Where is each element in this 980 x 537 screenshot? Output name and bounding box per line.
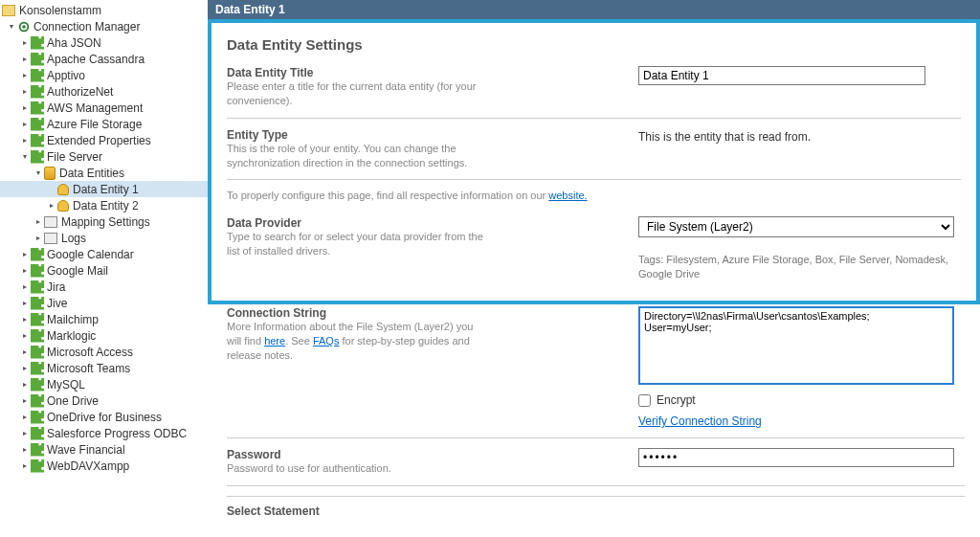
tree-item-label: AWS Management bbox=[47, 101, 143, 115]
tree-item-google-mail[interactable]: ▸Google Mail bbox=[0, 262, 208, 279]
chevron-right-icon[interactable]: ▸ bbox=[19, 379, 31, 391]
tree-item-label: Logs bbox=[61, 232, 86, 245]
encrypt-checkbox[interactable] bbox=[638, 394, 651, 407]
entity-title-input[interactable] bbox=[638, 66, 925, 85]
chevron-right-icon[interactable]: ▸ bbox=[19, 298, 31, 309]
tree-logs[interactable]: ▸Logs bbox=[0, 230, 208, 246]
tree-root[interactable]: Konsolenstamm bbox=[0, 2, 208, 18]
entity-type-label: Entity Type bbox=[227, 128, 485, 142]
tree-item-label: Data Entity 1 bbox=[73, 183, 139, 196]
chevron-right-icon[interactable]: ▸ bbox=[19, 86, 31, 98]
tree-item-label: Google Calendar bbox=[47, 248, 134, 261]
entity-icon bbox=[57, 184, 69, 195]
chevron-right-icon[interactable]: ▸ bbox=[19, 265, 31, 277]
navigation-tree: Konsolenstamm ▾ Connection Manager ▸Aha … bbox=[0, 0, 208, 537]
chevron-down-icon[interactable]: ▾ bbox=[6, 21, 17, 33]
website-link[interactable]: website. bbox=[548, 190, 587, 201]
connector-icon bbox=[31, 264, 44, 278]
chevron-down-icon[interactable]: ▾ bbox=[33, 168, 44, 179]
connector-icon bbox=[31, 118, 44, 131]
tree-data-entity-1[interactable]: ▸Data Entity 1 bbox=[0, 181, 208, 197]
tree-item-jira[interactable]: ▸Jira bbox=[0, 279, 208, 295]
password-input[interactable] bbox=[638, 448, 954, 467]
chevron-right-icon[interactable]: ▸ bbox=[19, 70, 31, 81]
connector-icon bbox=[31, 101, 44, 115]
chevron-right-icon[interactable]: ▸ bbox=[19, 363, 31, 374]
tree-item-onedrive-for-business[interactable]: ▸OneDrive for Business bbox=[0, 409, 208, 425]
chevron-right-icon[interactable]: ▸ bbox=[19, 330, 31, 342]
chevron-right-icon[interactable]: ▸ bbox=[19, 135, 31, 146]
provider-select[interactable]: File System (Layer2) bbox=[638, 216, 954, 237]
tree-item-marklogic[interactable]: ▸Marklogic bbox=[0, 327, 208, 344]
verify-connection-link[interactable]: Verify Connection String bbox=[638, 414, 762, 428]
chevron-right-icon[interactable]: ▸ bbox=[19, 347, 31, 358]
info-prefix: To properly configure this page, find al… bbox=[227, 190, 548, 201]
tree-connection-manager[interactable]: ▾ Connection Manager bbox=[0, 18, 208, 34]
connector-icon bbox=[31, 346, 44, 359]
faqs-link[interactable]: FAQs bbox=[313, 335, 340, 347]
field-entity-type: Entity Type This is the role of your ent… bbox=[227, 128, 961, 181]
tree-mapping-settings[interactable]: ▸Mapping Settings bbox=[0, 213, 208, 230]
field-data-provider: Data Provider Type to search for or sele… bbox=[227, 216, 961, 281]
here-link[interactable]: here bbox=[264, 335, 285, 347]
tree-item-microsoft-access[interactable]: ▸Microsoft Access bbox=[0, 344, 208, 360]
tree-data-entity-2[interactable]: ▸Data Entity 2 bbox=[0, 197, 208, 213]
connector-icon bbox=[31, 427, 44, 440]
tree-item-aha-json[interactable]: ▸Aha JSON bbox=[0, 34, 208, 51]
connection-manager-label: Connection Manager bbox=[33, 20, 140, 34]
connector-icon bbox=[31, 394, 44, 408]
chevron-right-icon[interactable]: ▸ bbox=[19, 281, 31, 293]
tree-item-apache-cassandra[interactable]: ▸Apache Cassandra bbox=[0, 51, 208, 67]
tree-item-azure-file-storage[interactable]: ▸Azure File Storage bbox=[0, 116, 208, 132]
tree-item-label: Jira bbox=[47, 280, 65, 294]
gear-icon bbox=[17, 20, 31, 34]
tree-item-extended-properties[interactable]: ▸Extended Properties bbox=[0, 132, 208, 148]
tree-item-google-calendar[interactable]: ▸Google Calendar bbox=[0, 246, 208, 262]
chevron-right-icon[interactable]: ▸ bbox=[46, 200, 57, 212]
chevron-right-icon[interactable]: ▸ bbox=[19, 249, 31, 260]
tree-item-mailchimp[interactable]: ▸Mailchimp bbox=[0, 311, 208, 327]
tree-item-label: Salesforce Progress ODBC bbox=[47, 427, 187, 440]
connector-icon bbox=[31, 150, 44, 164]
tree-item-label: Microsoft Access bbox=[47, 346, 133, 359]
encrypt-row: Encrypt bbox=[638, 393, 965, 407]
connection-string-input[interactable] bbox=[638, 306, 954, 385]
connector-icon bbox=[31, 329, 44, 343]
tree-item-wave-financial[interactable]: ▸Wave Financial bbox=[0, 441, 208, 458]
database-icon bbox=[44, 167, 56, 180]
chevron-right-icon[interactable]: ▸ bbox=[19, 460, 31, 472]
tree-item-file-server[interactable]: ▾File Server bbox=[0, 148, 208, 165]
select-statement-label: Select Statement bbox=[227, 504, 485, 518]
chevron-right-icon[interactable]: ▸ bbox=[19, 428, 31, 439]
tree-item-authorizenet[interactable]: ▸AuthorizeNet bbox=[0, 83, 208, 100]
chevron-right-icon[interactable]: ▸ bbox=[33, 233, 44, 244]
connector-icon bbox=[31, 280, 44, 294]
tree-item-one-drive[interactable]: ▸One Drive bbox=[0, 392, 208, 409]
config-info-line: To properly configure this page, find al… bbox=[227, 190, 961, 216]
chevron-right-icon[interactable]: ▸ bbox=[19, 444, 31, 456]
chevron-right-icon[interactable]: ▸ bbox=[19, 102, 31, 114]
chevron-right-icon[interactable]: ▸ bbox=[19, 314, 31, 325]
chevron-right-icon[interactable]: ▸ bbox=[19, 37, 31, 49]
tree-item-mysql[interactable]: ▸MySQL bbox=[0, 376, 208, 392]
tree-data-entities[interactable]: ▾Data Entities bbox=[0, 165, 208, 181]
chevron-right-icon[interactable]: ▸ bbox=[33, 216, 44, 228]
connector-icon bbox=[31, 134, 44, 147]
tree-item-microsoft-teams[interactable]: ▸Microsoft Teams bbox=[0, 360, 208, 376]
tree-item-aws-management[interactable]: ▸AWS Management bbox=[0, 100, 208, 116]
chevron-right-icon[interactable]: ▸ bbox=[19, 119, 31, 130]
chevron-right-icon[interactable]: ▸ bbox=[19, 412, 31, 423]
tree-item-webdavxampp[interactable]: ▸WebDAVXampp bbox=[0, 458, 208, 474]
tree-item-label: Marklogic bbox=[47, 329, 96, 343]
chevron-right-icon[interactable]: ▸ bbox=[19, 395, 31, 407]
tree-item-salesforce-progress-odbc[interactable]: ▸Salesforce Progress ODBC bbox=[0, 425, 208, 441]
tree-item-apptivo[interactable]: ▸Apptivo bbox=[0, 67, 208, 83]
chevron-right-icon[interactable]: ▸ bbox=[19, 54, 31, 65]
chevron-down-icon[interactable]: ▾ bbox=[19, 151, 31, 163]
tree-item-label: AuthorizeNet bbox=[47, 85, 113, 99]
content-panel: Data Entity 1 Data Entity Settings Data … bbox=[208, 0, 980, 537]
tree-item-jive[interactable]: ▸Jive bbox=[0, 295, 208, 311]
tree-item-label: Jive bbox=[47, 297, 67, 310]
field-password: Password Password to use for authenticat… bbox=[227, 448, 965, 486]
logs-icon bbox=[44, 233, 57, 244]
